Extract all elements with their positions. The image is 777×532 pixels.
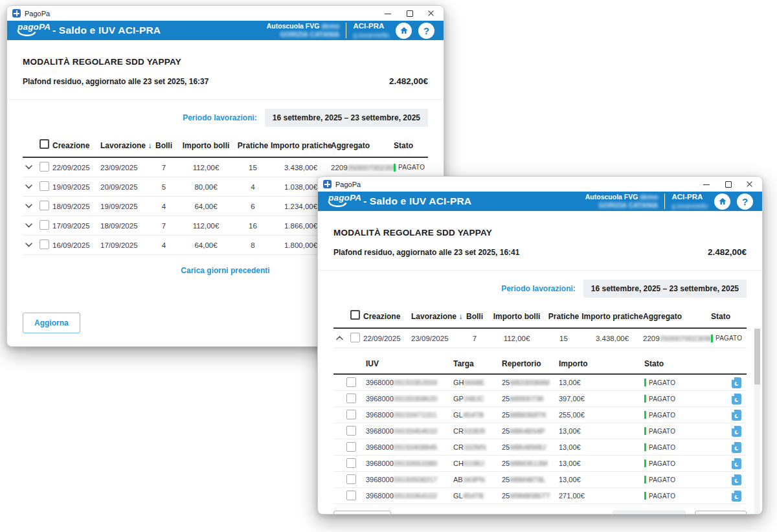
receipt-button[interactable] [732,377,748,388]
targa-value: CR332MS [453,443,502,451]
iuv-value: 396800009193471151 [366,411,453,419]
maximize-icon[interactable] [725,181,732,188]
receipt-icon [732,410,741,421]
row-checkbox[interactable] [39,201,49,210]
window-title: PagoPa [25,10,50,17]
expand-chevron-icon[interactable] [23,239,34,251]
status-green-bar [644,476,646,483]
row-checkbox[interactable] [346,393,356,403]
iuv-value: 396800009193408845 [366,443,453,451]
expand-chevron-icon[interactable] [23,181,34,193]
targa-value: AB343PN [453,476,502,483]
targa-value: CH610RJ [453,460,502,467]
status-badge: PAGATO [644,476,732,483]
aggiorna-button[interactable]: Aggiorna [333,511,391,515]
main-content: MODALITÀ REGOLARE SDD YAPPAY Plafond res… [318,211,762,514]
home-button[interactable] [714,194,730,210]
targa-value: GH5668E [453,379,502,386]
row-checkbox[interactable] [346,377,356,387]
detail-row: 396800009193352659 GH5668E 25M8330084M 1… [333,375,747,391]
question-icon: ? [423,26,429,36]
close-icon[interactable] [427,10,434,17]
repertorio-value: 25M8M48T8L [502,476,559,483]
status-green-bar [711,335,713,342]
receipt-icon [732,458,741,469]
select-all-checkbox[interactable] [350,310,360,320]
repertorio-value: 25M8330084M [502,379,559,386]
iuv-detail-table: IUV Targa Repertorio Importo Stato 39680… [333,353,747,504]
detail-row: 396800009193408845 CR332MS 25M8648W8J 13… [333,439,747,456]
plafond-value: 2.482,00€ [389,76,428,86]
aggregato-value: 220925000700230902173 [643,335,711,342]
periodo-label: Periodo lavorazioni: [501,284,576,293]
receipt-button[interactable] [732,426,748,437]
expand-chevron-icon[interactable] [23,162,34,173]
row-checkbox[interactable] [350,333,360,342]
help-button[interactable]: ? [418,23,434,39]
row-checkbox[interactable] [39,181,49,191]
receipt-button[interactable] [732,410,748,421]
status-green-bar [644,443,646,451]
mode-title: MODALITÀ REGOLARE SDD YAPPAY [23,40,428,67]
select-all-checkbox[interactable] [39,139,49,149]
receipt-button[interactable] [732,491,748,502]
collapse-chevron-icon[interactable] [333,333,345,344]
expand-chevron-icon[interactable] [23,201,34,212]
section-divider [7,99,444,100]
receipt-button[interactable] [732,474,748,485]
status-green-bar [644,492,646,500]
mode-title: MODALITÀ REGOLARE SDD YAPPAY [333,211,747,238]
receipt-icon [732,442,741,453]
targa-value: GL454TB [453,492,502,500]
receipt-button[interactable] [732,458,748,469]
iuv-value: 396800009193358620 [366,395,453,403]
status-green-bar [394,164,396,172]
title-bar[interactable]: PagoPa [318,177,762,192]
row-checkbox[interactable] [346,458,356,468]
status-badge: PAGATO [644,492,732,500]
title-bar[interactable]: PagoPa [7,6,444,21]
periodo-range[interactable]: 16 settembre, 2025 – 23 settembre, 2025 [265,109,428,127]
plafond-value: 2.482,00€ [708,247,747,257]
receipt-button[interactable] [732,393,748,405]
summary-table: Creazione Lavorazione ↓ Bolli Importo bo… [333,304,747,504]
row-checkbox[interactable] [39,220,49,230]
row-checkbox[interactable] [346,442,356,452]
maximize-icon[interactable] [406,10,413,17]
row-checkbox[interactable] [39,162,49,172]
status-badge: PAGATO [711,335,747,342]
expand-chevron-icon[interactable] [23,220,34,232]
repertorio-value: 25M890073K [502,395,559,403]
home-button[interactable] [396,23,412,39]
targa-value: CR533ER [453,427,502,435]
row-checkbox[interactable] [346,491,356,500]
status-green-bar [644,411,646,419]
scrollbar-thumb[interactable] [754,329,760,384]
pagopa-logo: pagoPA [16,22,45,39]
receipt-icon [732,474,741,485]
detail-row: 396800009193471151 GL454TB 25M8M368TK 25… [333,407,747,423]
row-checkbox[interactable] [39,239,49,249]
receipt-icon [732,491,741,502]
row-checkbox[interactable] [346,410,356,419]
section-divider [318,270,762,271]
status-badge: PAGATO [394,164,429,172]
minimize-icon[interactable] [703,181,710,188]
vai-al-carrello-button[interactable]: Vai al carrello [613,511,686,515]
minimize-icon[interactable] [385,10,392,17]
plafond-label: Plafond residuo, aggiornato alle 23 set … [333,248,519,257]
close-icon[interactable] [746,181,753,188]
receipt-button[interactable] [732,442,748,453]
vertical-scrollbar[interactable] [754,327,760,515]
indietro-button[interactable]: Indietro [695,511,747,515]
periodo-range[interactable]: 16 settembre, 2025 – 23 settembre, 2025 [583,280,747,298]
repertorio-value: 25M9M8086TT [502,492,559,500]
row-checkbox[interactable] [346,474,356,484]
aggiorna-button[interactable]: Aggiorna [23,313,80,333]
organization-label: Autoscuola FVG demo GORIZIA CATANIA [585,193,659,210]
receipt-icon [732,393,741,405]
detail-table-header: IUV Targa Repertorio Importo Stato [333,353,747,375]
row-checkbox[interactable] [346,426,356,436]
status-green-bar [644,379,646,386]
help-button[interactable]: ? [737,194,753,210]
